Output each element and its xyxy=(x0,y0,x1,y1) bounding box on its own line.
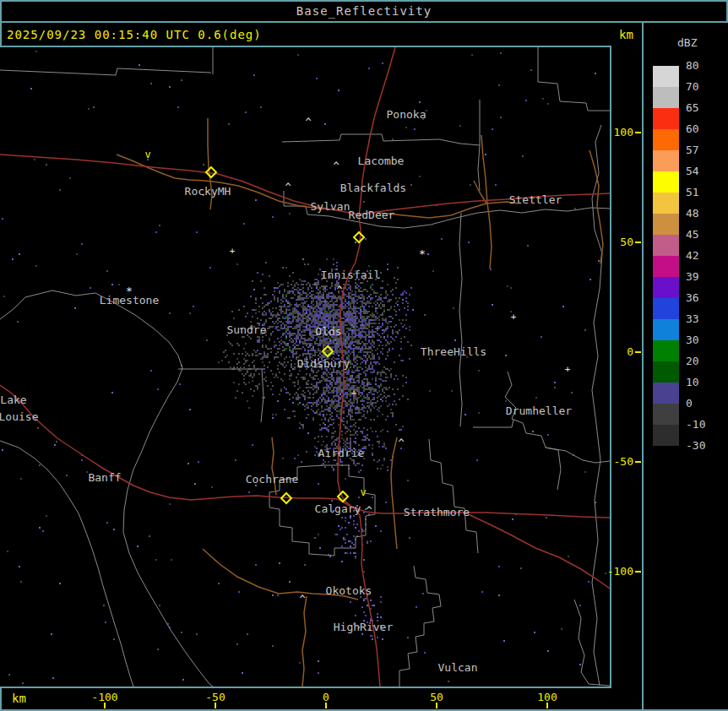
city-label: Sylvan xyxy=(311,200,350,213)
legend-swatch xyxy=(653,404,679,425)
noise-speckles xyxy=(2,64,600,681)
right-axis-tick-label: -50 xyxy=(614,456,633,468)
peak-caret-icon: ^ xyxy=(299,594,305,605)
legend-value-label: -30 xyxy=(686,440,705,452)
legend-swatch xyxy=(653,129,679,150)
radar-map: PonokaLacombeBlackfaldsSylvanRedDeerStet… xyxy=(0,46,611,688)
bottom-axis-tick-label: 100 xyxy=(537,691,557,703)
city-label: RedDeer xyxy=(349,209,395,221)
legend-swatch xyxy=(653,66,679,87)
boundary-line xyxy=(429,439,478,553)
city-label: Didsbury xyxy=(297,357,350,370)
highway-secondary xyxy=(272,437,276,495)
city-label: HighRiver xyxy=(334,621,394,633)
legend-value-label: 20 xyxy=(686,356,699,367)
legend-swatch xyxy=(653,319,679,340)
plus-marker-icon: + xyxy=(351,388,357,399)
city-label: Airdrie xyxy=(318,447,365,459)
legend-swatch xyxy=(653,361,679,383)
peak-caret-icon: ^ xyxy=(333,160,339,172)
legend-swatch xyxy=(653,214,679,235)
highway-primary xyxy=(465,513,610,589)
bottom-axis-tick-mark xyxy=(104,703,106,708)
peak-caret-icon: ^ xyxy=(398,437,404,449)
city-label: Vulcan xyxy=(438,661,478,674)
radar-window: Base_Reflectivity 2025/09/23 00:15:40 UT… xyxy=(0,0,728,711)
right-axis-tick-label: -100 xyxy=(607,566,633,578)
boundary-line xyxy=(178,369,263,422)
highway-secondary xyxy=(378,202,519,218)
city-label: Innisfail xyxy=(321,269,380,281)
right-distance-axis: 100500-50-100 xyxy=(613,47,641,687)
legend-swatch xyxy=(653,256,679,277)
city-label: Strathmore xyxy=(404,506,470,518)
peak-caret-icon: ^ xyxy=(366,505,372,517)
boundary-line xyxy=(459,213,462,426)
wind-v-icon: v xyxy=(144,149,150,160)
legend-swatch xyxy=(653,193,679,214)
window-title: Base_Reflectivity xyxy=(296,4,432,18)
color-legend: dBZ 807065605754514845423936333020100-10… xyxy=(642,23,728,709)
legend-swatch xyxy=(653,171,679,193)
boundary-line xyxy=(0,297,25,319)
highway-secondary xyxy=(302,596,307,687)
noise-speckles xyxy=(2,62,589,684)
bottom-axis-tick-mark xyxy=(325,703,327,708)
legend-value-label: 70 xyxy=(686,81,699,93)
boundary-line xyxy=(538,47,610,111)
boundary-line xyxy=(25,290,213,687)
highway-secondary xyxy=(589,150,603,263)
legend-value-label: 0 xyxy=(686,398,693,410)
bottom-axis-tick-mark xyxy=(546,703,548,708)
highway-secondary xyxy=(117,155,340,210)
bottom-axis-tick-mark xyxy=(436,703,437,708)
city-label: Blackfalds xyxy=(340,182,406,194)
city-label: ThreeHills xyxy=(421,345,486,358)
radar-site-diamond-icon xyxy=(354,232,364,242)
legend-value-label: 33 xyxy=(686,313,699,325)
right-axis-tick-mark xyxy=(635,132,641,133)
city-label: Cochrane xyxy=(246,473,299,486)
legend-swatch xyxy=(653,108,679,129)
peak-caret-icon: ^ xyxy=(336,285,342,296)
city-label: Louise xyxy=(0,410,39,423)
legend-value-label: 60 xyxy=(686,123,699,135)
city-label: RockyMH xyxy=(185,185,231,198)
legend-value-label: 42 xyxy=(686,250,699,262)
city-label: Lake xyxy=(0,393,26,406)
right-axis-tick-label: 100 xyxy=(614,127,633,138)
city-label: Stettler xyxy=(509,193,562,206)
legend-swatch xyxy=(653,298,679,319)
right-axis-tick-label: 0 xyxy=(627,346,633,358)
legend-value-label: 57 xyxy=(686,144,699,156)
plus-marker-icon: + xyxy=(511,312,517,323)
star-marker-icon: * xyxy=(126,285,133,297)
legend-value-label: 39 xyxy=(686,271,699,283)
legend-swatch xyxy=(653,425,679,446)
legend-value-label: -10 xyxy=(686,419,705,431)
legend-title: dBZ xyxy=(677,36,697,49)
plus-marker-icon: + xyxy=(230,246,236,257)
peak-caret-icon: ^ xyxy=(305,117,311,128)
legend-value-label: 36 xyxy=(686,292,699,304)
highway-primary xyxy=(0,155,358,214)
right-axis-tick-mark xyxy=(635,242,641,243)
bottom-axis-tick-mark xyxy=(215,703,216,708)
peak-caret-icon: ^ xyxy=(285,182,291,193)
wind-v-icon: v xyxy=(360,486,366,498)
legend-swatch xyxy=(653,340,679,361)
title-bar: Base_Reflectivity xyxy=(0,0,728,23)
legend-value-label: 80 xyxy=(686,60,699,72)
boundary-line xyxy=(399,566,441,687)
legend-swatch xyxy=(653,235,679,256)
city-label: Lacombe xyxy=(358,155,405,167)
star-marker-icon: * xyxy=(419,247,426,260)
city-label: Okotoks xyxy=(326,584,372,597)
bottom-axis-unit: km xyxy=(12,692,26,705)
city-label: Calgary xyxy=(315,502,361,515)
boundary-line xyxy=(282,134,480,145)
legend-swatch xyxy=(653,150,679,171)
city-label: Sundre xyxy=(227,323,267,336)
boundary-line xyxy=(473,420,513,427)
highway-primary xyxy=(338,499,610,518)
